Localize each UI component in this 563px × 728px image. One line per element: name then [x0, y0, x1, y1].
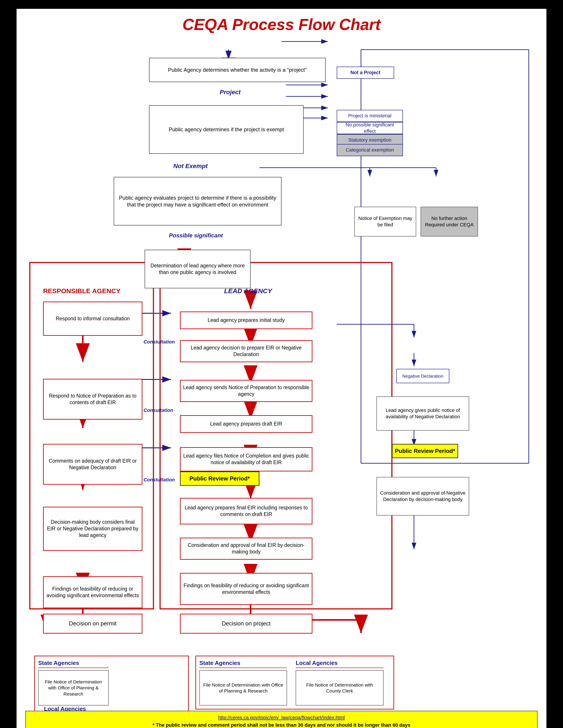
- public-review2-box: Public Review Period*: [392, 444, 458, 458]
- page-title: CEQA Process Flow Chart: [25, 15, 538, 34]
- categorical-box: Categorical exemption: [337, 144, 403, 156]
- consultation3-label: Constultation: [143, 477, 175, 483]
- footer-url1[interactable]: http://ceres.ca.gov/topic/env_law/ceqa/f…: [218, 715, 345, 720]
- local-agencies-right-label: Local Agencies: [296, 660, 383, 668]
- lead-initial-study-box: Lead agency prepares initial study: [180, 311, 313, 329]
- lead-gives-public-box: Lead agency gives public notice of avail…: [377, 396, 469, 431]
- findings-feasibility-left-box: Findings on feasibility of reducing or a…: [43, 576, 142, 608]
- not-a-project-box: Not a Project: [337, 67, 394, 79]
- file-county-right-box: File Notice of Determination with County…: [296, 670, 383, 705]
- project-label: Project: [220, 89, 241, 96]
- decision-project-box: Decision on project: [180, 614, 313, 634]
- consideration-approval-neg-box: Consideration and approval of Negative D…: [377, 477, 469, 516]
- decision-permit-box: Decision on permit: [43, 614, 142, 634]
- ministerial-box: Project is ministerial: [337, 110, 403, 122]
- consideration-approval-box: Consideration and approval of final EIR …: [180, 538, 313, 560]
- consultation1-label: Constultation: [143, 339, 175, 345]
- lead-prepares-final-box: Lead agency prepares final EIR including…: [180, 498, 313, 524]
- file-opr-left-box: File Notice of Determination with Office…: [38, 670, 109, 705]
- lead-agency-label: LEAD AGENCY: [224, 287, 272, 295]
- possible-significant-label: Possible significant: [169, 232, 223, 239]
- file-opr-right-box: File Notice of Determination with Office…: [199, 670, 287, 705]
- findings-feasibility-right-box: Findings on feasibility of reducing or a…: [180, 573, 313, 605]
- state-agencies-right-label: State Agencies: [199, 660, 287, 668]
- public-agency-project-box: Public Agency determines whether the act…: [149, 58, 326, 82]
- determination-lead-box: Determination of lead agency where more …: [145, 250, 250, 288]
- lead-sends-notice-box: Lead agency sends Notice of Preparation …: [180, 380, 313, 402]
- notice-exemption-box: Notice of Exemption may be filed: [354, 207, 416, 236]
- no-further-box: No further action Required under CEQA: [421, 207, 478, 236]
- comments-adequacy-box: Comments on adequacy of draft EIR or Neg…: [43, 444, 142, 485]
- footer: http://ceres.ca.gov/topic/env_law/ceqa/f…: [25, 711, 538, 728]
- decision-making-box: Decision-making body considers final EIR…: [43, 507, 142, 551]
- no-significant-box: No possible significant effect: [337, 122, 403, 134]
- respond-informal-box: Respond to informal consultation: [43, 302, 142, 336]
- public-review1-box: Public Review Period*: [180, 471, 259, 486]
- state-agencies-left-label: State Agencies: [38, 660, 109, 668]
- lead-files-notice-box: Lead agency files Notice of Completion a…: [180, 447, 313, 471]
- responsible-agency-label: RESPONSIBLE AGENCY: [43, 287, 120, 295]
- consultation2-label: Consultation: [143, 407, 173, 413]
- negative-declaration-label-box: Negative Declaration: [396, 369, 449, 383]
- public-agency-exempt-box: Public agency determines if the project …: [149, 105, 304, 154]
- respond-notice-box: Respond to Notice of Preparation as to c…: [43, 379, 142, 420]
- lead-decision-box: Lead agency decision to prepare EIR or N…: [180, 340, 313, 362]
- public-agency-evaluate-box: Public agency evaluates project to deter…: [114, 177, 282, 225]
- lead-prepares-draft-box: Lead agency prepares draft EIR: [180, 415, 313, 433]
- not-exempt-label: Not Exempt: [173, 163, 208, 170]
